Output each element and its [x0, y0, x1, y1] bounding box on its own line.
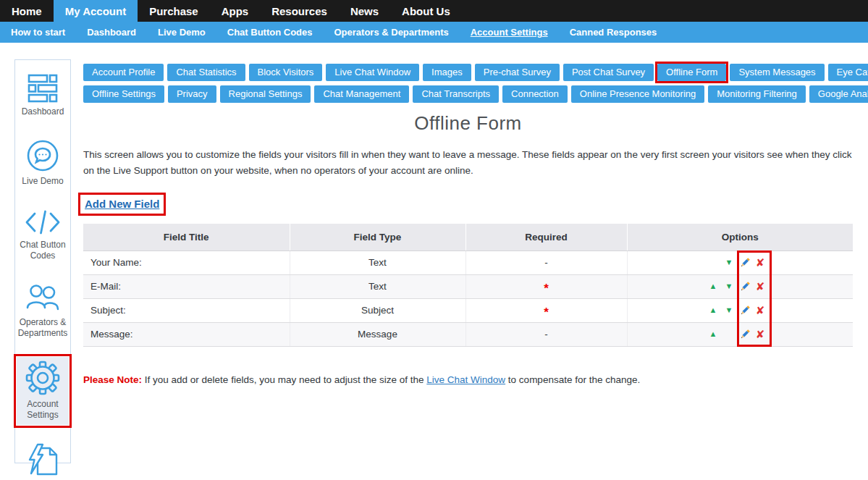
tab-privacy[interactable]: Privacy — [168, 85, 216, 103]
sidebar: Dashboard Live Demo Chat Button Codes — [14, 59, 71, 463]
sub-nav-canned-responses[interactable]: Canned Responses — [559, 22, 668, 43]
fields-table-wrap: Field Title Field Type Required Options … — [83, 224, 853, 347]
sidebar-item-label: Operators & Departments — [17, 317, 69, 339]
live-chat-window-link[interactable]: Live Chat Window — [426, 374, 505, 385]
options-cell: ▲ ▼ — [627, 274, 853, 298]
delete-icon[interactable]: ✘ — [756, 329, 765, 340]
top-nav-home[interactable]: Home — [0, 0, 54, 22]
field-type-cell: Text — [290, 274, 465, 298]
tab-live-chat-window[interactable]: Live Chat Window — [326, 64, 419, 81]
lightning-document-icon — [25, 442, 60, 477]
tab-chat-management[interactable]: Chat Management — [314, 85, 409, 103]
tab-chat-transcripts[interactable]: Chat Transcripts — [413, 85, 499, 103]
sidebar-item-chat-button-codes[interactable]: Chat Button Codes — [17, 205, 69, 266]
table-row-your-name: Your Name: Text - ▲ ▼ — [83, 250, 853, 274]
tab-system-messages[interactable]: System Messages — [730, 64, 824, 81]
delete-icon[interactable]: ✘ — [756, 257, 765, 268]
sidebar-item-label: Dashboard — [22, 106, 64, 117]
table-row-subject: Subject: Subject * ▲ ▼ — [83, 298, 853, 322]
sidebar-item-dashboard[interactable]: Dashboard — [17, 70, 69, 122]
sidebar-item-operators-departments[interactable]: Operators & Departments — [17, 279, 69, 343]
tab-eye-catcher[interactable]: Eye Catcher — [828, 64, 868, 81]
move-up-icon[interactable]: ▲ — [709, 330, 717, 338]
tab-account-profile[interactable]: Account Profile — [83, 64, 164, 81]
highlight-add-new-field: Add New Field — [85, 198, 159, 211]
settings-tabs-row-2: Offline Settings Privacy Regional Settin… — [83, 85, 853, 103]
tab-chat-statistics[interactable]: Chat Statistics — [167, 64, 245, 81]
options-cell: ▲ ▼ — [627, 298, 853, 322]
top-nav: Home My Account Purchase Apps Resources … — [0, 0, 868, 22]
sidebar-item-canned-responses[interactable]: Canned Responses — [17, 439, 69, 480]
top-nav-news[interactable]: News — [339, 0, 390, 22]
header-required: Required — [465, 224, 627, 250]
sidebar-item-label: Live Demo — [22, 176, 63, 187]
sidebar-item-label: Chat Button Codes — [17, 240, 69, 261]
main-content: Account Profile Chat Statistics Block Vi… — [83, 64, 853, 385]
chat-bubble-icon — [26, 139, 59, 172]
tab-connection[interactable]: Connection — [502, 85, 568, 103]
sub-nav-account-settings[interactable]: Account Settings — [460, 22, 559, 43]
tab-google-analytics[interactable]: Google Analytics — [809, 85, 868, 103]
delete-icon[interactable]: ✘ — [756, 305, 765, 316]
tab-monitoring-filtering[interactable]: Monitoring Filtering — [708, 85, 806, 103]
sub-nav-operators-departments[interactable]: Operators & Departments — [324, 22, 460, 43]
sub-nav-chat-button-codes[interactable]: Chat Button Codes — [216, 22, 324, 43]
tab-block-visitors[interactable]: Block Visitors — [249, 64, 323, 81]
tab-offline-settings[interactable]: Offline Settings — [83, 85, 164, 103]
gear-icon — [25, 361, 60, 395]
top-nav-resources[interactable]: Resources — [260, 0, 339, 22]
sub-nav-live-demo[interactable]: Live Demo — [147, 22, 216, 43]
tab-online-presence-monitoring[interactable]: Online Presence Monitoring — [571, 85, 704, 103]
edit-icon[interactable] — [737, 305, 753, 316]
tab-images[interactable]: Images — [423, 64, 471, 81]
tab-pre-chat-survey[interactable]: Pre-chat Survey — [475, 64, 560, 81]
field-title-cell: Message: — [83, 322, 290, 346]
move-up-icon[interactable]: ▲ — [709, 306, 717, 314]
options-cell: ▲ ▼ — [627, 322, 853, 346]
sidebar-item-live-demo[interactable]: Live Demo — [17, 135, 69, 191]
top-nav-about-us[interactable]: About Us — [390, 0, 462, 22]
add-new-field-link[interactable]: Add New Field — [85, 198, 159, 210]
header-field-title: Field Title — [83, 224, 290, 250]
sidebar-item-account-settings[interactable]: Account Settings — [17, 357, 69, 425]
sub-nav: How to start Dashboard Live Demo Chat Bu… — [0, 22, 868, 43]
page-title: Offline Form — [83, 112, 853, 135]
tab-regional-settings[interactable]: Regional Settings — [220, 85, 311, 103]
edit-icon[interactable] — [737, 329, 753, 340]
required-cell: - — [465, 322, 627, 346]
sub-nav-how-to-start[interactable]: How to start — [0, 22, 76, 43]
sidebar-item-label: Account Settings — [17, 399, 69, 421]
options-cell: ▲ ▼ — [627, 250, 853, 274]
top-nav-my-account[interactable]: My Account — [54, 0, 138, 22]
required-cell: - — [465, 250, 627, 274]
edit-icon[interactable] — [737, 257, 753, 269]
table-row-message: Message: Message - ▲ ▼ — [83, 322, 853, 346]
move-down-icon[interactable]: ▼ — [725, 258, 733, 266]
field-title-cell: Your Name: — [83, 250, 290, 274]
header-options: Options — [627, 224, 853, 250]
top-nav-purchase[interactable]: Purchase — [138, 0, 210, 22]
move-down-icon[interactable]: ▼ — [725, 306, 733, 314]
page-description: This screen allows you to customize the … — [83, 147, 853, 179]
field-type-cell: Subject — [290, 298, 465, 322]
tab-offline-form[interactable]: Offline Form — [657, 64, 726, 81]
required-cell: * — [465, 298, 627, 322]
note-text: Please Note: If you add or delete fields… — [83, 374, 853, 385]
field-type-cell: Message — [290, 322, 465, 346]
sub-nav-dashboard[interactable]: Dashboard — [76, 22, 147, 43]
tab-post-chat-survey[interactable]: Post Chat Survey — [563, 64, 654, 81]
move-down-icon[interactable]: ▼ — [725, 282, 733, 290]
field-type-cell: Text — [290, 250, 465, 274]
move-up-icon[interactable]: ▲ — [709, 282, 717, 290]
required-cell: * — [465, 274, 627, 298]
fields-table: Field Title Field Type Required Options … — [83, 224, 853, 347]
users-icon — [25, 283, 60, 313]
table-header-row: Field Title Field Type Required Options — [83, 224, 853, 250]
top-nav-apps[interactable]: Apps — [210, 0, 261, 22]
delete-icon[interactable]: ✘ — [756, 281, 765, 292]
settings-tabs-row-1: Account Profile Chat Statistics Block Vi… — [83, 64, 853, 81]
code-icon — [24, 209, 62, 236]
edit-icon[interactable] — [737, 281, 753, 292]
note-label: Please Note: — [83, 374, 142, 385]
header-field-type: Field Type — [290, 224, 465, 250]
